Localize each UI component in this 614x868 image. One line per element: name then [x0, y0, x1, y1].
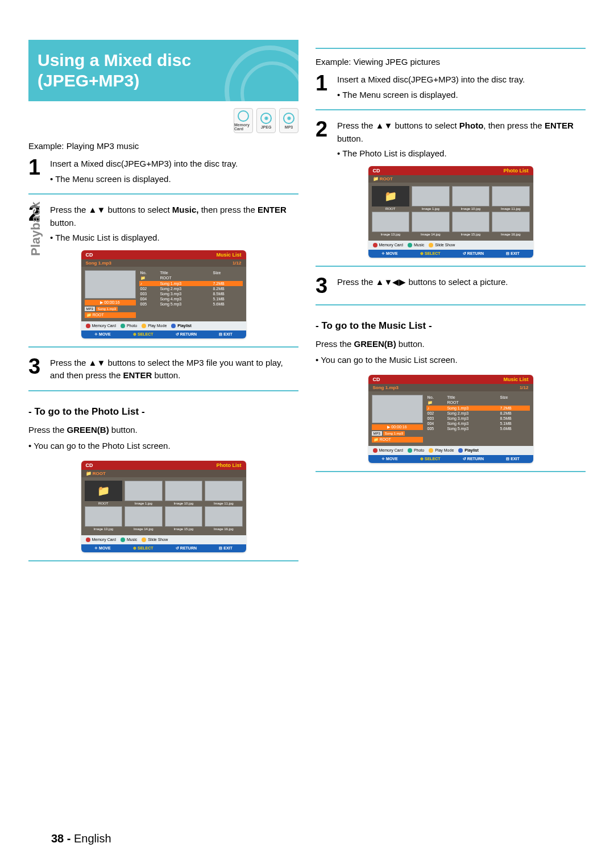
photo-list-osd: CDPhoto List 📁 ROOT ROOT Image 1.jpg Ima… [81, 461, 246, 552]
updown-arrows-icon: ▲▼ [89, 358, 106, 367]
divider [316, 304, 586, 305]
updown-arrows-icon: ▲▼ [376, 121, 393, 130]
language-label: English [74, 832, 111, 845]
updown-arrows-icon: ▲▼ [89, 205, 106, 214]
step-text: Press the ▲▼ buttons to select Music, th… [50, 202, 298, 245]
two-column-layout: Using a Mixed disc (JPEG+MP3) Memory Car… [28, 40, 586, 569]
step-1: 1 Insert a Mixed disc(JPEG+MP3) into the… [316, 72, 586, 101]
title-decoration-icon [225, 46, 298, 101]
title-text: Using a Mixed disc (JPEG+MP3) [38, 51, 191, 90]
step-number: 3 [316, 275, 331, 296]
sub-heading: - To go to the Music List - [316, 320, 586, 332]
sub-text: Press the GREEN(B) button. You can go to… [28, 423, 298, 453]
step-text: Insert a Mixed disc(JPEG+MP3) into the d… [50, 156, 298, 185]
step-text: Press the ▲▼ buttons to select the MP3 f… [50, 356, 298, 382]
step-2: 2 Press the ▲▼ buttons to select Music, … [28, 202, 298, 245]
step-text: Press the ▲▼◀▶ buttons to select a pictu… [337, 275, 586, 296]
sub-heading: - To go to the Photo List - [28, 406, 298, 418]
page-number: 38 - [51, 832, 70, 845]
example-heading: Example: Viewing JPEG pictures [316, 57, 586, 67]
music-list-osd: CDMusic List Song 1.mp31/12 ▶ 00:00:16 M… [368, 375, 533, 463]
music-list-osd: CDMusic List Song 1.mp31/12 ▶ 00:00:16 M… [81, 250, 246, 338]
page-title: Using a Mixed disc (JPEG+MP3) [28, 40, 298, 101]
right-column: Example: Viewing JPEG pictures 1 Insert … [316, 40, 586, 569]
photo-list-osd: CDPhoto List 📁 ROOT ROOT Image 1.jpg Ima… [368, 166, 533, 258]
step-number: 1 [28, 156, 44, 185]
elapsed-time: ▶ 00:00:16 [85, 300, 136, 305]
section-tab: Playback [28, 202, 43, 256]
preview-thumbnail [372, 395, 423, 423]
media-icon-row: Memory Card ◉JPEG ◉MP3 [28, 108, 298, 133]
divider [316, 266, 586, 267]
step-text: Press the ▲▼ buttons to select Photo, th… [337, 118, 586, 160]
preview-thumbnail [85, 270, 136, 299]
step-2: 2 Press the ▲▼ buttons to select Photo, … [316, 118, 586, 160]
mp3-icon: ◉MP3 [279, 108, 298, 133]
step-3: 3 Press the ▲▼◀▶ buttons to select a pic… [316, 275, 586, 296]
divider [28, 390, 298, 391]
divider [28, 193, 298, 195]
sub-text: Press the GREEN(B) button. You can go to… [316, 337, 586, 367]
step-1: 1 Insert a Mixed disc(JPEG+MP3) into the… [28, 156, 298, 185]
divider [28, 346, 298, 348]
elapsed-time: ▶ 00:00:16 [372, 424, 423, 430]
page-footer: 38 - English [51, 832, 111, 845]
step-number: 3 [28, 356, 44, 382]
divider [28, 560, 298, 561]
jpeg-icon: ◉JPEG [256, 108, 276, 133]
memory-card-icon: Memory Card [234, 108, 253, 133]
step-number: 2 [316, 118, 331, 160]
divider [316, 48, 586, 49]
left-column: Using a Mixed disc (JPEG+MP3) Memory Car… [28, 40, 298, 569]
step-3: 3 Press the ▲▼ buttons to select the MP3… [28, 356, 298, 382]
step-text: Insert a Mixed disc(JPEG+MP3) into the d… [337, 72, 586, 101]
divider [316, 109, 586, 110]
example-heading: Example: Playing MP3 music [28, 141, 298, 151]
divider [316, 471, 586, 472]
step-number: 1 [316, 72, 331, 101]
direction-arrows-icon: ▲▼◀▶ [376, 277, 406, 287]
